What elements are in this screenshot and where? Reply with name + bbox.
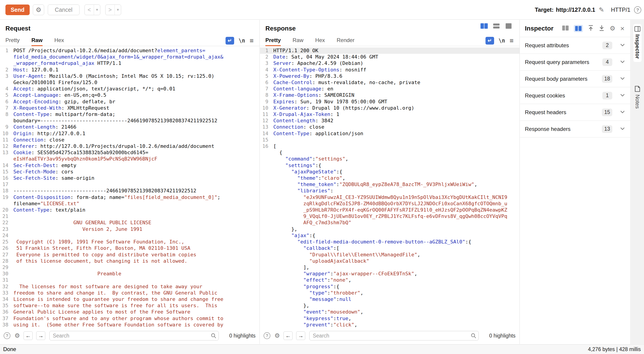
editor-line: 16Sec-Fetch-Site: same-origin: [0, 175, 260, 181]
editor-line: 24: [0, 232, 260, 239]
section-label: Request query parameters: [525, 59, 602, 65]
tab-render[interactable]: Render: [337, 35, 354, 46]
inspector-section-request-body-parameters[interactable]: Request body parameters18: [520, 71, 630, 87]
history-back-button[interactable]: < ▾: [84, 4, 100, 15]
editor-menu-icon[interactable]: ≡: [510, 37, 514, 44]
nonprintable-chars-icon[interactable]: \n: [498, 37, 505, 44]
editor-line: 1HTTP/1.1 200 OK: [260, 47, 520, 54]
editor-menu-icon[interactable]: ≡: [250, 37, 254, 44]
word-wrap-icon[interactable]: ↵: [226, 37, 234, 44]
inspector-section-request-headers[interactable]: Request headers15: [520, 104, 630, 121]
editor-line: 13Cookie: SESS05d4275ca1538832b5ab92000b…: [0, 150, 260, 162]
side-tab-label: Inspector: [634, 34, 640, 59]
side-tab-inspector[interactable]: Inspector: [633, 24, 642, 62]
editor-line: 18-------------------------------2466190…: [0, 188, 260, 194]
prev-match-button[interactable]: ←: [24, 331, 32, 340]
request-editor[interactable]: 1POST /Projects/drupal-10.2.6/media/add/…: [0, 46, 260, 327]
search-icon: [210, 333, 216, 339]
inspector-layout-columns-icon[interactable]: [562, 25, 569, 32]
editor-line: 15: [260, 137, 520, 143]
editor-line: 36General Public License applies to most…: [0, 309, 260, 315]
inspector-section-response-headers[interactable]: Response headers13: [520, 121, 630, 138]
editor-line: 9Expires: Sun, 19 Nov 1978 05:00:00 GMT: [260, 99, 520, 105]
editor-line: 37Foundation's software and to any other…: [0, 315, 260, 322]
editor-line: 5Accept-Language: en-US,en;q=0.5: [0, 92, 260, 98]
edit-target-icon[interactable]: ✎: [599, 6, 604, 13]
next-match-button[interactable]: →: [296, 331, 305, 340]
target-label: Target:: [535, 6, 554, 13]
side-tab-label: Notes: [634, 94, 640, 109]
section-label: Request body parameters: [525, 76, 602, 82]
chevron-down-icon: [620, 94, 625, 98]
editor-line: 16[ { "command":"settings", "settings":{…: [260, 143, 520, 327]
editor-line: 12Referer: http://127.0.0.1/Projects/dru…: [0, 143, 260, 150]
request-panel: Request PrettyRawHex↵\n≡ 1POST /Projects…: [0, 20, 260, 344]
side-tab-notes[interactable]: Notes: [633, 84, 642, 112]
nonprintable-chars-icon[interactable]: \n: [239, 37, 245, 44]
tab-pretty[interactable]: Pretty: [6, 35, 20, 46]
response-tabs: PrettyRawHexRender↵\n≡: [260, 35, 520, 46]
inspector-section-request-query-parameters[interactable]: Request query parameters4: [520, 54, 630, 71]
cancel-button[interactable]: Cancel: [48, 4, 80, 15]
section-label: Response headers: [525, 126, 602, 132]
editor-line: 9Content-Length: 21466: [0, 124, 260, 130]
editor-line: 12Content-Length: 3842: [260, 118, 520, 124]
editor-line: 30 Preamble: [0, 271, 260, 277]
send-button[interactable]: Send: [6, 4, 30, 15]
chevron-down-icon: [620, 110, 625, 114]
tab-pretty[interactable]: Pretty: [266, 35, 281, 46]
editor-line: 2Host: 127.0.0.1: [0, 67, 260, 73]
tab-raw[interactable]: Raw: [32, 35, 42, 46]
inspector-settings-icon[interactable]: ⚙: [610, 25, 615, 32]
tab-raw[interactable]: Raw: [292, 35, 304, 46]
history-forward-button[interactable]: > ▾: [105, 4, 121, 15]
next-match-button[interactable]: →: [36, 331, 45, 340]
tab-hex[interactable]: Hex: [54, 35, 64, 46]
collapse-all-icon[interactable]: [588, 25, 594, 32]
editor-line: 26 51 Franklin Street, Fifth Floor, Bost…: [0, 245, 260, 251]
response-panel: Response PrettyRawHexRender↵\n≡ 1HTTP/1.…: [260, 20, 520, 344]
chevron-down-icon[interactable]: ▾: [94, 5, 100, 15]
send-settings-button[interactable]: ⚙: [33, 4, 44, 15]
inspector-layout-panel-icon[interactable]: [574, 25, 583, 32]
tab-hex[interactable]: Hex: [315, 35, 325, 46]
help-icon[interactable]: ?: [4, 332, 10, 339]
expand-all-icon[interactable]: [599, 25, 604, 32]
editor-line: 17: [0, 181, 260, 188]
editor-line: 23 Version 2, June 1991: [0, 226, 260, 232]
response-editor[interactable]: 1HTTP/1.1 200 OK2Date: Sat, 04 May 2024 …: [260, 46, 520, 327]
section-label: Request headers: [525, 109, 602, 116]
search-settings-icon[interactable]: ⚙: [274, 332, 280, 339]
editor-line: 38using it. (Some other Free Software Fo…: [0, 322, 260, 327]
help-icon[interactable]: ?: [264, 332, 270, 339]
chevron-down-icon[interactable]: ▾: [114, 5, 121, 15]
word-wrap-icon[interactable]: ↵: [486, 37, 494, 44]
inspector-title: Inspector: [525, 25, 562, 32]
section-count-badge: 2: [602, 42, 612, 49]
response-search-input[interactable]: [309, 331, 479, 341]
inspector-section-request-attributes[interactable]: Request attributes2: [520, 37, 630, 54]
editor-line: 3User-Agent: Mozilla/5.0 (Macintosh; Int…: [0, 73, 260, 86]
section-label: Request cookies: [525, 92, 602, 99]
close-icon[interactable]: ×: [620, 25, 624, 32]
notes-icon: [635, 86, 640, 92]
help-icon[interactable]: ?: [634, 6, 641, 13]
request-search-input[interactable]: [49, 331, 219, 341]
request-highlights-count: 0 highlights: [229, 333, 256, 339]
response-highlights-count: 0 highlights: [489, 333, 516, 339]
editor-line: 10Origin: http://127.0.0.1: [0, 130, 260, 137]
editor-line: 21: [0, 213, 260, 219]
inspector-section-request-cookies[interactable]: Request cookies1: [520, 87, 630, 104]
section-count-badge: 13: [602, 125, 612, 133]
editor-line: 11X-Drupal-Ajax-Token: 1: [260, 111, 520, 118]
section-count-badge: 4: [602, 58, 612, 66]
search-settings-icon[interactable]: ⚙: [14, 332, 20, 339]
response-search: [309, 331, 479, 341]
section-count-badge: 1: [602, 92, 612, 99]
editor-line: 29: [0, 264, 260, 271]
editor-line: 15Sec-Fetch-Mode: cors: [0, 169, 260, 175]
prev-match-button[interactable]: ←: [284, 331, 292, 340]
editor-line: 14Content-Type: application/json: [260, 130, 520, 137]
request-search-toolbar: ? ⚙ ← → 0 highlights: [0, 327, 260, 344]
editor-line: 7X-Requested-With: XMLHttpRequest: [0, 105, 260, 111]
